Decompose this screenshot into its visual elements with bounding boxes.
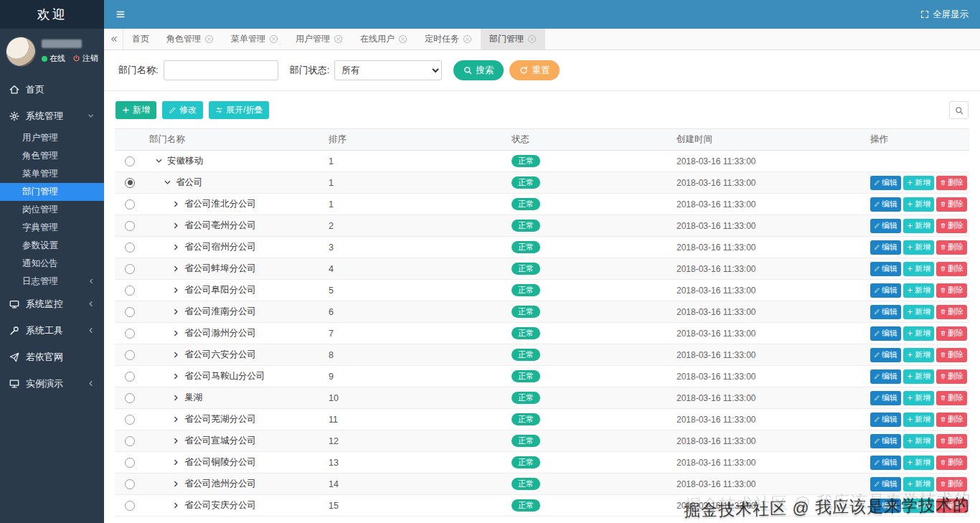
row-radio[interactable] [125,350,135,360]
table-row[interactable]: 省公司池州分公司14正常2018-03-16 11:33:00编辑新增删除 [115,473,969,495]
row-delete-button[interactable]: 删除 [936,434,967,448]
row-delete-button[interactable]: 删除 [936,369,967,384]
row-radio[interactable] [125,286,135,296]
row-edit-button[interactable]: 编辑 [870,434,901,448]
table-row[interactable]: 省公司滁州分公司7正常2018-03-16 11:33:00编辑新增删除 [115,323,969,344]
row-add-button[interactable]: 新增 [903,413,934,427]
row-delete-button[interactable]: 删除 [936,176,967,190]
row-edit-button[interactable]: 编辑 [870,219,901,233]
row-add-button[interactable]: 新增 [903,262,934,276]
row-edit-button[interactable]: 编辑 [870,197,901,212]
row-radio[interactable] [125,501,135,511]
row-radio[interactable] [125,372,135,382]
sidebar-item-5[interactable]: 实例演示 [0,370,104,397]
row-edit-button[interactable]: 编辑 [870,499,901,513]
tree-toggle[interactable] [172,351,180,359]
tree-toggle[interactable] [172,415,180,423]
row-radio[interactable] [125,221,135,231]
row-delete-button[interactable]: 删除 [936,391,967,405]
table-row[interactable]: 省公司马鞍山分公司9正常2018-03-16 11:33:00编辑新增删除 [115,366,969,387]
row-radio[interactable] [125,436,135,446]
tab-4[interactable]: 在线用户 [352,29,416,50]
table-search-toggle-button[interactable] [949,101,969,119]
tree-toggle[interactable] [172,394,180,402]
search-button[interactable]: 搜索 [453,60,504,80]
tab-scroll-left-button[interactable] [104,29,123,50]
row-add-button[interactable]: 新增 [903,499,934,513]
row-add-button[interactable]: 新增 [903,283,934,298]
edit-button[interactable]: 修改 [162,101,203,119]
row-edit-button[interactable]: 编辑 [870,391,901,405]
row-edit-button[interactable]: 编辑 [870,240,901,255]
table-row[interactable]: 省公司亳州分公司2正常2018-03-16 11:33:00编辑新增删除 [115,215,969,237]
row-radio[interactable] [125,329,135,339]
sidebar-subitem-1-0[interactable]: 用户管理 [0,129,104,147]
row-delete-button[interactable]: 删除 [936,219,967,233]
tree-toggle[interactable] [172,458,180,466]
row-delete-button[interactable]: 删除 [936,413,967,427]
row-radio[interactable] [125,199,135,209]
row-edit-button[interactable]: 编辑 [870,326,901,341]
tree-toggle[interactable] [172,329,180,337]
row-add-button[interactable]: 新增 [903,305,934,319]
row-radio[interactable] [125,178,135,188]
tab-5[interactable]: 定时任务 [416,29,481,50]
tab-0[interactable]: 首页 [123,29,158,50]
row-delete-button[interactable]: 删除 [936,477,967,491]
row-add-button[interactable]: 新增 [903,477,934,491]
sidebar-item-3[interactable]: 系统工具 [0,317,104,344]
tree-toggle[interactable] [155,157,163,165]
table-row[interactable]: 省公司蚌埠分公司4正常2018-03-16 11:33:00编辑新增删除 [115,258,969,280]
sidebar-toggle-button[interactable] [104,0,137,29]
table-row[interactable]: 省公司宣城分公司12正常2018-03-16 11:33:00编辑新增删除 [115,430,969,452]
table-row[interactable]: 省公司六安分公司8正常2018-03-16 11:33:00编辑新增删除 [115,344,969,366]
tree-toggle[interactable] [172,372,180,380]
logout-link[interactable]: 注销 [72,53,98,64]
tab-6[interactable]: 部门管理 [481,29,545,50]
row-edit-button[interactable]: 编辑 [870,369,901,384]
row-add-button[interactable]: 新增 [903,348,934,362]
sidebar-item-2[interactable]: 系统监控 [0,291,104,317]
tree-toggle[interactable] [172,286,180,294]
dept-name-input[interactable] [164,60,278,80]
sidebar-item-1[interactable]: 系统管理 [0,103,104,129]
tree-toggle[interactable] [172,243,180,251]
tree-toggle[interactable] [172,480,180,488]
tab-2[interactable]: 菜单管理 [222,29,287,50]
sidebar-subitem-1-5[interactable]: 字典管理 [0,219,104,237]
table-row[interactable]: 省公司铜陵分公司13正常2018-03-16 11:33:00编辑新增删除 [115,452,969,473]
fullscreen-button[interactable]: 全屏显示 [909,0,980,29]
row-radio[interactable] [125,458,135,468]
avatar[interactable] [6,37,36,67]
sidebar-subitem-1-4[interactable]: 岗位管理 [0,201,104,219]
table-row[interactable]: 省公司淮南分公司6正常2018-03-16 11:33:00编辑新增删除 [115,301,969,323]
row-edit-button[interactable]: 编辑 [870,262,901,276]
table-row[interactable]: 安徽移动1正常2018-03-16 11:33:00 [115,151,969,172]
row-add-button[interactable]: 新增 [903,326,934,341]
row-edit-button[interactable]: 编辑 [870,283,901,298]
sidebar-subitem-1-3[interactable]: 部门管理 [0,183,104,201]
tree-toggle[interactable] [172,437,180,445]
sidebar-subitem-1-2[interactable]: 菜单管理 [0,165,104,183]
tree-toggle[interactable] [172,308,180,316]
row-delete-button[interactable]: 删除 [936,197,967,212]
row-radio[interactable] [125,393,135,403]
tree-toggle[interactable] [172,222,180,230]
sidebar-item-0[interactable]: 首页 [0,76,104,103]
sidebar-subitem-1-8[interactable]: 日志管理 [0,273,104,291]
table-row[interactable]: 省公司安庆分公司15正常2018-03-16 11:33:00编辑新增删除 [115,495,969,517]
row-add-button[interactable]: 新增 [903,369,934,384]
row-delete-button[interactable]: 删除 [936,499,967,513]
sidebar-item-4[interactable]: 若依官网 [0,344,104,370]
row-delete-button[interactable]: 删除 [936,305,967,319]
dept-status-select[interactable]: 所有 [334,60,442,80]
row-radio[interactable] [125,415,135,425]
row-delete-button[interactable]: 删除 [936,240,967,255]
table-row[interactable]: 巢湖10正常2018-03-16 11:33:00编辑新增删除 [115,387,969,409]
row-edit-button[interactable]: 编辑 [870,305,901,319]
table-row[interactable]: 省公司宿州分公司3正常2018-03-16 11:33:00编辑新增删除 [115,237,969,258]
row-delete-button[interactable]: 删除 [936,348,967,362]
row-delete-button[interactable]: 删除 [936,283,967,298]
tab-3[interactable]: 用户管理 [287,29,352,50]
sidebar-subitem-1-1[interactable]: 角色管理 [0,147,104,165]
